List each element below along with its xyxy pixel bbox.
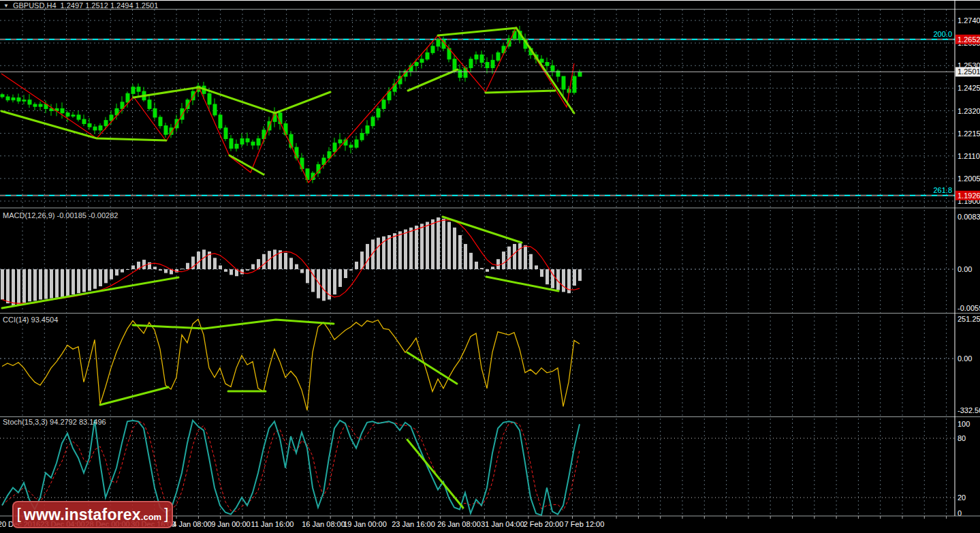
stoch-axis-label[interactable]: 20	[958, 493, 966, 502]
candle-body	[213, 104, 217, 115]
candle-body	[137, 87, 140, 91]
candle-body	[420, 59, 424, 63]
chart-canvas[interactable]: 1.27401.26351.25301.24251.23201.22151.21…	[0, 0, 980, 533]
candle-body	[437, 40, 440, 46]
candle-body	[235, 144, 238, 148]
price-axis-label[interactable]: 1.2005	[958, 174, 980, 183]
cci-axis-label[interactable]: 0.00	[958, 354, 972, 363]
cci-axis-label[interactable]: 251.2593	[958, 315, 980, 323]
symbol-dropdown-icon[interactable]: ▼	[3, 3, 9, 9]
macd-histogram-bar	[578, 269, 582, 281]
macd-histogram-bar	[464, 244, 467, 269]
time-axis-label[interactable]: 19 Jan 00:00	[343, 520, 387, 528]
candle-body	[66, 113, 69, 117]
mt4-chart-window: 1.27401.26351.25301.24251.23201.22151.21…	[0, 0, 980, 533]
macd-histogram-bar	[99, 269, 102, 286]
candle-body	[562, 76, 565, 89]
macd-histogram-bar	[437, 217, 440, 269]
macd-histogram-bar	[50, 269, 53, 299]
price-axis-label[interactable]: 1.2215	[958, 130, 980, 138]
macd-histogram-bar	[322, 269, 326, 301]
macd-histogram-bar	[496, 259, 500, 269]
macd-axis-label[interactable]: 0.00	[958, 265, 972, 273]
macd-histogram-bar	[415, 226, 418, 269]
macd-histogram-bar	[431, 219, 434, 269]
macd-histogram-bar	[262, 254, 266, 269]
candle-body	[540, 59, 543, 63]
macd-histogram-bar	[562, 269, 565, 292]
macd-histogram-bar	[273, 249, 276, 269]
time-axis-label[interactable]: 23 Jan 16:00	[392, 520, 435, 528]
macd-histogram-bar	[82, 269, 86, 292]
price-axis-label[interactable]: 1.2425	[958, 84, 980, 92]
stoch-axis-label[interactable]: 80	[958, 434, 966, 442]
macd-histogram-bar	[366, 244, 369, 269]
candle-body	[219, 115, 222, 128]
macd-histogram-bar	[486, 269, 489, 272]
macd-histogram-bar	[66, 269, 69, 296]
candle-body	[257, 139, 260, 145]
macd-histogram-bar	[349, 269, 353, 271]
candle-body	[496, 52, 500, 60]
macd-histogram-bar	[393, 233, 396, 269]
macd-axis-label[interactable]: -0.00598	[958, 304, 980, 312]
candle-body	[360, 134, 364, 140]
macd-histogram-bar	[6, 269, 10, 303]
macd-histogram-bar	[72, 269, 75, 294]
macd-histogram-bar	[224, 269, 227, 272]
candle-body	[546, 63, 549, 66]
candle-body	[164, 126, 168, 135]
candle-body	[126, 93, 129, 102]
macd-histogram-bar	[12, 269, 15, 306]
time-axis-label[interactable]: 31 Jan 04:00	[481, 520, 524, 528]
price-axis-label[interactable]: 1.2320	[958, 107, 980, 115]
candle-body	[333, 143, 336, 152]
candle-body	[77, 115, 80, 119]
macd-histogram-bar	[115, 269, 118, 275]
macd-histogram-bar	[295, 264, 298, 269]
candle-body	[17, 98, 20, 102]
macd-histogram-bar	[475, 262, 478, 269]
candle-body	[338, 140, 342, 143]
macd-histogram-bar	[17, 269, 20, 305]
time-axis-label[interactable]: 4 Jan 08:00	[172, 520, 212, 528]
logo-tld: .com	[141, 512, 161, 522]
candle-body	[240, 139, 244, 144]
chart-background	[0, 0, 980, 533]
time-axis-label[interactable]: 16 Jan 08:00	[302, 520, 345, 528]
macd-histogram-bar	[518, 243, 522, 269]
macd-histogram-bar	[333, 269, 336, 294]
macd-histogram-bar	[289, 258, 293, 269]
price-axis-label[interactable]: 1.2740	[958, 16, 980, 25]
candle-body	[208, 93, 211, 104]
macd-histogram-bar	[469, 253, 473, 269]
candle-body	[491, 60, 494, 67]
candle-body	[371, 117, 375, 126]
time-axis-label[interactable]: 7 Feb 12:00	[565, 520, 605, 528]
candle-body	[12, 98, 15, 100]
macd-histogram-bar	[93, 269, 97, 289]
candle-body	[415, 63, 418, 66]
logo-text: www.instaforex	[24, 506, 141, 524]
price-axis-label[interactable]: 1.2110	[958, 152, 980, 160]
fibo-level-label: 200.0	[933, 30, 952, 38]
time-axis-label[interactable]: 11 Jan 16:00	[251, 520, 294, 528]
candle-body	[93, 127, 97, 130]
candle-body	[377, 108, 380, 117]
macd-histogram-bar	[110, 269, 113, 279]
cci-axis-label[interactable]: -332.500	[958, 406, 980, 414]
candle-body	[153, 108, 157, 117]
candle-body	[453, 59, 456, 70]
macd-histogram-bar	[33, 269, 37, 301]
stoch-axis-label[interactable]: 100	[958, 420, 970, 428]
fibo-level-label: 261.8	[933, 186, 952, 194]
time-axis-label[interactable]: 26 Jan 08:00	[437, 520, 481, 528]
time-axis-label[interactable]: 2 Feb 20:00	[524, 520, 564, 528]
instaforex-watermark: [ www.instaforex .com ]	[12, 501, 173, 528]
candle-body	[366, 126, 369, 134]
macd-histogram-bar	[420, 224, 424, 269]
macd-histogram-bar	[355, 262, 358, 269]
time-axis-label[interactable]: 9 Jan 00:00	[211, 520, 251, 528]
macd-histogram-bar	[300, 269, 304, 273]
macd-axis-label[interactable]: 0.00831	[958, 213, 980, 221]
